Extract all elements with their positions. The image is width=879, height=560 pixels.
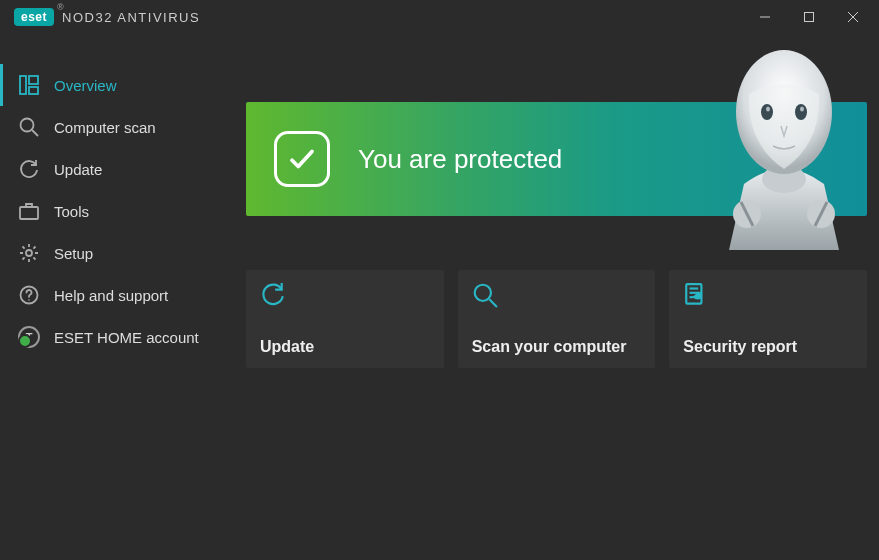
maximize-button[interactable]: [787, 1, 831, 33]
sidebar-item-update[interactable]: Update: [0, 148, 232, 190]
svg-rect-6: [29, 87, 38, 94]
sidebar-item-setup[interactable]: Setup: [0, 232, 232, 274]
svg-point-7: [21, 119, 34, 132]
svg-line-24: [489, 299, 497, 307]
svg-point-10: [26, 250, 32, 256]
search-icon: [18, 116, 40, 138]
svg-point-18: [800, 107, 804, 112]
overview-icon: [18, 74, 40, 96]
check-shield-icon: [274, 131, 330, 187]
card-label: Scan your computer: [472, 338, 642, 356]
sidebar-item-label: ESET HOME account: [54, 329, 199, 346]
card-scan[interactable]: Scan your computer: [458, 270, 656, 368]
close-button[interactable]: [831, 1, 875, 33]
main-content: You are protected Update Scan your compu…: [232, 34, 879, 560]
gear-icon: [18, 242, 40, 264]
account-icon: T: [18, 326, 40, 348]
window-controls: [743, 1, 875, 33]
minimize-button[interactable]: [743, 1, 787, 33]
brand-badge: eset: [14, 8, 54, 26]
svg-point-16: [795, 104, 807, 120]
sidebar-item-label: Tools: [54, 203, 89, 220]
svg-rect-9: [20, 207, 38, 219]
card-label: Security report: [683, 338, 853, 356]
svg-point-17: [766, 107, 770, 112]
action-cards: Update Scan your computer: [246, 270, 867, 368]
sidebar-item-help-support[interactable]: Help and support: [0, 274, 232, 316]
robot-mascot: [699, 34, 869, 250]
sidebar-item-label: Overview: [54, 77, 117, 94]
titlebar: eset NOD32 ANTIVIRUS: [0, 0, 879, 34]
status-message: You are protected: [358, 144, 562, 175]
sidebar-item-label: Setup: [54, 245, 93, 262]
search-icon: [472, 282, 498, 308]
svg-point-23: [474, 285, 490, 301]
sidebar-item-overview[interactable]: Overview: [0, 64, 232, 106]
sidebar-item-label: Computer scan: [54, 119, 156, 136]
brand-product: NOD32 ANTIVIRUS: [62, 10, 200, 25]
sidebar-item-tools[interactable]: Tools: [0, 190, 232, 232]
svg-rect-4: [20, 76, 26, 94]
refresh-icon: [260, 282, 286, 308]
question-circle-icon: [18, 284, 40, 306]
report-shield-icon: [683, 282, 709, 308]
svg-line-8: [32, 130, 38, 136]
sidebar-item-label: Update: [54, 161, 102, 178]
sidebar: Overview Computer scan Update: [0, 34, 232, 560]
brand: eset NOD32 ANTIVIRUS: [14, 8, 200, 26]
svg-rect-5: [29, 76, 38, 84]
card-update[interactable]: Update: [246, 270, 444, 368]
sidebar-item-eset-home-account[interactable]: T ESET HOME account: [0, 316, 232, 358]
sidebar-item-computer-scan[interactable]: Computer scan: [0, 106, 232, 148]
card-security-report[interactable]: Security report: [669, 270, 867, 368]
svg-point-15: [761, 104, 773, 120]
sidebar-item-label: Help and support: [54, 287, 168, 304]
card-label: Update: [260, 338, 430, 356]
refresh-icon: [18, 158, 40, 180]
svg-rect-1: [805, 13, 814, 22]
svg-point-12: [28, 299, 30, 301]
briefcase-icon: [18, 200, 40, 222]
